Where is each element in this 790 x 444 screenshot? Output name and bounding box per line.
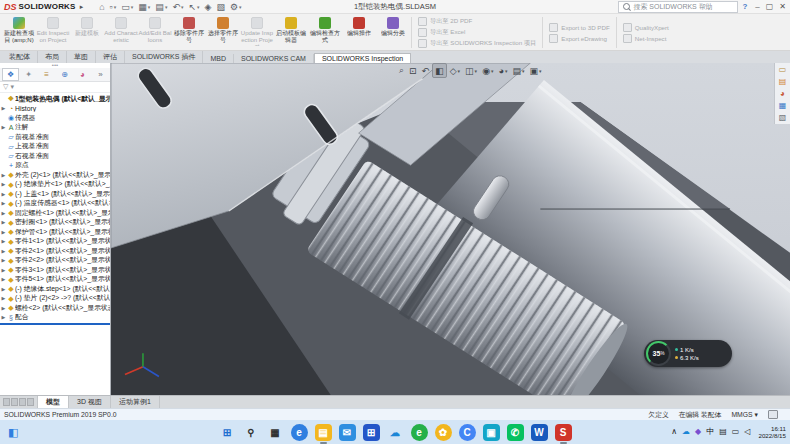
task-view-button[interactable]: ▦: [267, 424, 284, 441]
tree-root-assembly[interactable]: ▶ ❖ 1型铠装热电偶 (默认<默认_显示状态-1: [0, 94, 110, 104]
command-tab[interactable]: 装配体: [2, 51, 38, 63]
expander-icon[interactable]: ▶: [0, 276, 7, 282]
start-button[interactable]: ⊞: [219, 424, 236, 441]
security-tray-icon[interactable]: ◆: [695, 427, 701, 437]
dropdown-caret-icon[interactable]: ▾: [491, 68, 494, 74]
tree-item-part[interactable]: ▶ ◆ 螺栓<2> (默认<<默认>_显示状态: [0, 303, 110, 313]
command-tab[interactable]: MBD: [203, 54, 234, 63]
add-characteristic-button[interactable]: Add Characteristic: [104, 15, 138, 50]
keyboard-tray-icon[interactable]: ▤: [719, 427, 727, 437]
edit-appearance-icon[interactable]: ◕ ▾: [497, 64, 510, 77]
search-input[interactable]: 搜索 SOLIDWORKS 帮助: [618, 1, 738, 13]
capture-app-icon[interactable]: ▣: [483, 424, 500, 441]
monitor-tray-icon[interactable]: ▭: [732, 427, 740, 437]
zoom-fit-icon[interactable]: ⌕ ▾: [397, 64, 406, 77]
edit-classifications-button[interactable]: 编辑分类: [376, 15, 410, 50]
dropdown-caret-icon[interactable]: ▾: [165, 4, 168, 10]
ime-indicator[interactable]: 中: [706, 427, 714, 437]
export-menu-item[interactable]: 导出至 SOLIDWORKS Inspection 项目: [418, 39, 536, 48]
tree-item-part[interactable]: ▶ ◆ (-) 绝缘垫片<1> (默认<<默认>_显: [0, 180, 110, 190]
file-explorer-icon[interactable]: ▤: [315, 424, 332, 441]
tree-item-part[interactable]: ▶ ◆ 保护管<1> (默认<<默认>_显示状: [0, 227, 110, 237]
close-button[interactable]: ✕: [779, 2, 786, 11]
section-view-icon[interactable]: ◧ ▾: [432, 63, 447, 78]
expander-icon[interactable]: ▶: [0, 210, 7, 216]
expander-icon[interactable]: ▶: [0, 314, 7, 320]
options-icon[interactable]: ⚙▾: [228, 1, 244, 13]
export-menu-item[interactable]: 导出至 Excel: [418, 28, 536, 37]
command-tab[interactable]: SOLIDWORKS 插件: [125, 51, 203, 63]
dropdown-caret-icon[interactable]: ▾: [181, 4, 184, 10]
expander-icon[interactable]: ▶: [0, 305, 7, 311]
custom-properties-pane-icon[interactable]: ▧: [779, 113, 787, 122]
command-tab[interactable]: SOLIDWORKS CAM: [234, 54, 314, 63]
edit-inspection-project-button[interactable]: Edit Inspection Project: [36, 15, 70, 50]
tree-item-right-plane[interactable]: ▶ ▱ 右视基准面: [0, 151, 110, 161]
expander-icon[interactable]: ▶: [0, 124, 7, 130]
expander-icon[interactable]: ▶: [0, 105, 7, 111]
open-file-icon[interactable]: ▭▾: [119, 1, 135, 13]
undo-icon[interactable]: ↶▾: [170, 1, 185, 13]
word-icon[interactable]: W: [531, 424, 548, 441]
command-tab[interactable]: 评估: [96, 51, 125, 63]
tree-item-part[interactable]: ▶ ◆ 零件2<1> (默认<<默认>_显示状态: [0, 246, 110, 256]
expand-tabs-icon[interactable]: »: [92, 68, 109, 81]
dropdown-caret-icon[interactable]: ▾: [505, 68, 508, 74]
dimxpertmanager-tab[interactable]: ⊕: [56, 68, 73, 81]
expander-icon[interactable]: ▶: [0, 200, 7, 206]
tree-item-part[interactable]: ▶ ◆ 零件1<1> (默认<<默认>_显示状态: [0, 237, 110, 247]
tree-item-mates[interactable]: ▶ § 配合: [0, 313, 110, 323]
propertymanager-tab[interactable]: ✦: [20, 68, 37, 81]
rebuild-icon[interactable]: ◈▾: [203, 1, 214, 13]
dropdown-caret-icon[interactable]: ▾: [148, 4, 151, 10]
minimize-button[interactable]: –: [755, 2, 759, 11]
document-tab[interactable]: 3D 视图: [69, 396, 111, 408]
print-icon[interactable]: ▤▾: [153, 1, 169, 13]
hide-show-items-icon[interactable]: ◉ ▾: [480, 64, 495, 77]
update-inspection-project-button[interactable]: Update Inspection Project: [240, 15, 274, 50]
dropdown-caret-icon[interactable]: ▾: [522, 68, 525, 74]
select-balloons-button[interactable]: 选择零件序号: [206, 15, 240, 50]
pinwheel-app-icon[interactable]: ✿: [435, 424, 452, 441]
zoom-area-icon[interactable]: ⊡ ▾: [407, 64, 419, 77]
tree-item-part[interactable]: ▶ ◆ (-) 绝缘体.step<1> (默认<<默认>: [0, 284, 110, 294]
dropdown-caret-icon[interactable]: ▾: [197, 4, 200, 10]
expander-icon[interactable]: ▶: [0, 219, 7, 225]
tree-item-top-plane[interactable]: ▶ ▱ 上视基准面: [0, 142, 110, 152]
tree-item-part[interactable]: ▶ ◆ 零件2<2> (默认<<默认>_显示状态: [0, 256, 110, 266]
command-tab[interactable]: SOLIDWORKS Inspection: [314, 53, 411, 63]
select-icon[interactable]: ↖▾: [186, 1, 201, 13]
tree-item-part[interactable]: ▶ ◆ 密封圈<1> (默认<<默认>_显示状: [0, 218, 110, 228]
tag-icon[interactable]: [768, 410, 778, 419]
edit-operations-button[interactable]: 编辑操作: [342, 15, 376, 50]
search-button[interactable]: ⚲: [243, 424, 260, 441]
export-menu-item[interactable]: Export eDrawing: [549, 34, 610, 43]
document-tab[interactable]: 运动算例1: [111, 396, 160, 408]
expander-icon[interactable]: ▶: [0, 257, 7, 263]
tree-item-part[interactable]: ▶ ◆ 固定螺栓<1> (默认<<默认>_显示: [0, 208, 110, 218]
filter-caret-icon[interactable]: ▾: [10, 83, 14, 91]
configurationmanager-tab[interactable]: ≡: [38, 68, 55, 81]
display-style-icon[interactable]: ◫ ▾: [463, 64, 479, 77]
expander-icon[interactable]: ▶: [0, 191, 7, 197]
menu-flyout-icon[interactable]: ▸: [80, 3, 84, 11]
tree-item-part[interactable]: ▶ ◆ (-) 垫片 (2)<2> ->? (默认<<默认>: [0, 294, 110, 304]
tree-rollback-bar[interactable]: [0, 323, 110, 325]
export-menu-item[interactable]: 导出至 2D PDF: [418, 17, 536, 26]
tree-item-part[interactable]: ▶ ◆ 零件5<1> (默认<<默认>_显示状态: [0, 275, 110, 285]
command-tab[interactable]: 草图: [67, 51, 96, 63]
tree-item-sensors[interactable]: ▶ ◉ 传感器: [0, 113, 110, 123]
expander-icon[interactable]: ▶: [0, 267, 7, 273]
dropdown-caret-icon[interactable]: ▾: [239, 4, 242, 10]
displaymanager-tab[interactable]: ◕: [74, 68, 91, 81]
previous-view-icon[interactable]: ↶ ▾: [420, 64, 432, 77]
file-explorer-pane-icon[interactable]: ▭: [779, 65, 787, 74]
tree-item-part[interactable]: ▶ ◆ 外壳 (2)<1> (默认<<默认>_显示状: [0, 170, 110, 180]
expander-icon[interactable]: ▶: [0, 229, 7, 235]
appearances-pane-icon[interactable]: ◕: [780, 89, 785, 98]
design-library-pane-icon[interactable]: ▤: [779, 77, 787, 86]
new-inspection-project-button[interactable]: 新建检查项目 (amp;N): [2, 15, 36, 50]
tree-item-history[interactable]: ▶ ◔ History: [0, 104, 110, 114]
view-palette-pane-icon[interactable]: ▦: [779, 101, 787, 110]
onedrive-tray-icon[interactable]: ☁: [682, 427, 690, 437]
